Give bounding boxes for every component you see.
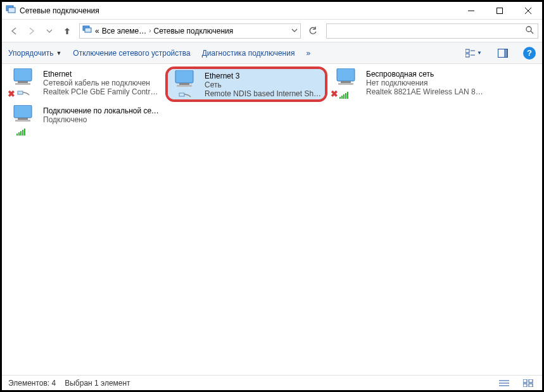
svg-rect-10: [465, 49, 469, 53]
refresh-button[interactable]: [305, 23, 321, 39]
svg-rect-33: [523, 379, 527, 383]
connection-status: Сетевой кабель не подключен: [43, 79, 161, 87]
svg-line-9: [531, 31, 533, 34]
svg-rect-3: [497, 8, 502, 13]
connection-item[interactable]: ✖ Беспроводная сеть Нет подключения Real…: [329, 66, 487, 99]
help-button[interactable]: ?: [523, 47, 536, 60]
svg-rect-7: [85, 28, 91, 32]
connection-status: Подключено: [43, 115, 161, 124]
connection-device: Realtek 8821AE Wireless LAN 802.…: [366, 87, 484, 96]
svg-point-8: [526, 27, 531, 32]
disconnected-x-icon: ✖: [8, 89, 15, 99]
details-view-button[interactable]: [497, 377, 512, 389]
view-options-button[interactable]: ▼: [465, 46, 483, 60]
statusbar: Элементов: 4 Выбран 1 элемент: [2, 375, 542, 390]
svg-rect-26: [338, 83, 353, 85]
svg-rect-11: [465, 54, 469, 57]
svg-rect-34: [529, 379, 533, 383]
cable-icon: [16, 89, 32, 99]
more-commands[interactable]: »: [306, 49, 310, 58]
location-icon: [82, 25, 92, 37]
connection-name: Подключение по локальной сети* 2: [43, 106, 161, 115]
svg-rect-20: [175, 70, 193, 83]
svg-rect-28: [18, 118, 28, 120]
svg-rect-22: [177, 85, 192, 87]
svg-rect-27: [14, 105, 32, 118]
network-adapter-icon: ✖: [9, 68, 39, 99]
organize-menu[interactable]: Упорядочить▼: [8, 49, 61, 58]
svg-rect-15: [504, 49, 508, 57]
network-adapter-icon: [9, 105, 39, 136]
cable-icon: [178, 91, 193, 101]
content-area: ✖ Ethernet Сетевой кабель не подключен R…: [2, 64, 542, 375]
network-adapter-icon: [170, 70, 201, 101]
chevron-right-icon[interactable]: ›: [149, 27, 151, 34]
wifi-bars-icon: [339, 91, 348, 99]
search-input[interactable]: [326, 23, 538, 39]
svg-rect-23: [179, 93, 184, 96]
address-dropdown-icon[interactable]: [291, 27, 298, 35]
connection-item[interactable]: Подключение по локальной сети* 2 Подключ…: [6, 103, 164, 136]
svg-rect-21: [179, 83, 189, 85]
connection-item-selected[interactable]: Ethernet 3 Сеть Remote NDIS based Intern…: [165, 66, 327, 102]
svg-rect-16: [14, 68, 32, 81]
diagnose-button[interactable]: Диагностика подключения: [202, 49, 295, 58]
connection-device: Realtek PCIe GbE Family Controller: [43, 87, 161, 96]
window-title: Сетевые подключения: [20, 6, 99, 15]
app-icon: [6, 4, 16, 16]
svg-rect-29: [15, 120, 30, 122]
connection-name: Ethernet 3: [205, 72, 322, 80]
svg-rect-18: [15, 83, 30, 85]
close-button[interactable]: [514, 2, 542, 20]
forward-button[interactable]: [23, 23, 40, 39]
maximize-button[interactable]: [485, 2, 514, 20]
titlebar: Сетевые подключения: [2, 2, 542, 20]
item-count: Элементов: 4: [8, 379, 56, 388]
connection-device: Remote NDIS based Internet Shari…: [205, 89, 322, 98]
back-button[interactable]: [6, 23, 22, 39]
connection-status: Сеть: [205, 80, 322, 89]
connection-status: Нет подключения: [366, 79, 484, 87]
svg-rect-19: [18, 91, 23, 94]
preview-pane-button[interactable]: [494, 46, 512, 60]
connection-item[interactable]: ✖ Ethernet Сетевой кабель не подключен R…: [6, 66, 164, 99]
minimize-button[interactable]: [457, 2, 485, 20]
command-bar: Упорядочить▼ Отключение сетевого устройс…: [2, 42, 542, 64]
navbar: « Все элеме… › Сетевые подключения: [2, 20, 542, 42]
connection-name: Беспроводная сеть: [366, 70, 484, 79]
address-bar[interactable]: « Все элеме… › Сетевые подключения: [79, 23, 301, 39]
breadcrumb-prefix: «: [95, 27, 99, 35]
svg-rect-24: [337, 68, 355, 81]
breadcrumb-root[interactable]: Все элеме…: [102, 27, 146, 35]
svg-rect-36: [529, 384, 533, 387]
connection-name: Ethernet: [43, 70, 161, 79]
window: Сетевые подключения « Все элеме… › Сетев…: [0, 0, 544, 392]
svg-rect-25: [341, 81, 351, 83]
disconnected-x-icon: ✖: [331, 89, 338, 99]
svg-rect-17: [18, 81, 28, 83]
selection-count: Выбран 1 элемент: [65, 379, 130, 388]
search-icon: [525, 25, 534, 36]
recent-dropdown[interactable]: [41, 23, 58, 39]
svg-rect-35: [523, 384, 527, 387]
svg-rect-1: [8, 8, 15, 13]
disable-device-button[interactable]: Отключение сетевого устройства: [73, 49, 190, 58]
wifi-bars-icon: [16, 128, 25, 136]
network-adapter-icon: ✖: [332, 68, 362, 99]
up-button[interactable]: [59, 23, 75, 39]
breadcrumb-current[interactable]: Сетевые подключения: [154, 27, 234, 35]
large-icons-view-button[interactable]: [521, 377, 536, 389]
